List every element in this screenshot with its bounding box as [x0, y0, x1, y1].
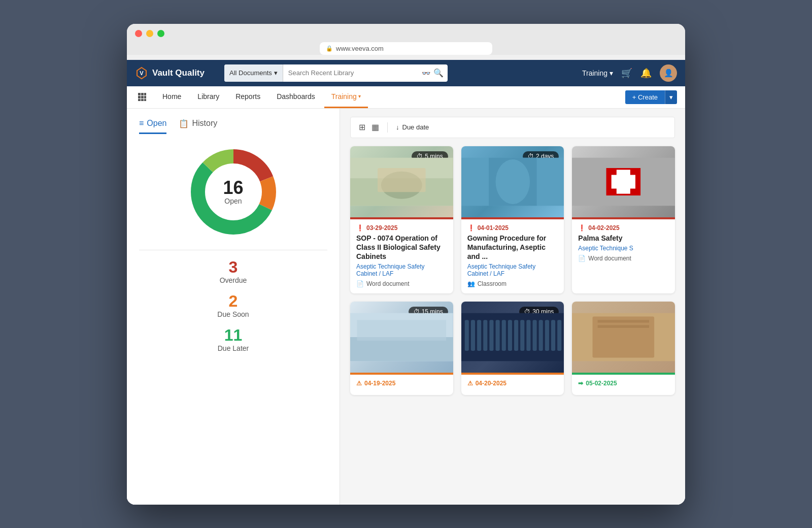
svg-rect-36 [501, 320, 505, 351]
open-label: Open [223, 197, 243, 205]
svg-rect-9 [141, 99, 144, 101]
card-date-1: ❗ 03-29-2025 [356, 224, 447, 232]
left-panel: ≡ Open 📋 History [127, 109, 340, 505]
card-category-3: Aseptic Technique S [578, 245, 669, 252]
close-button[interactable] [135, 30, 142, 37]
view-tabs: ≡ Open 📋 History [139, 119, 327, 134]
nav-reports[interactable]: Reports [228, 86, 267, 108]
training-label: Training [582, 69, 607, 77]
card-date-4: ⚠ 04-19-2025 [356, 380, 447, 387]
svg-rect-18 [378, 168, 426, 191]
svg-rect-39 [520, 320, 524, 351]
svg-rect-31 [471, 320, 475, 351]
tab-history[interactable]: 📋 History [179, 119, 217, 134]
card-date-5: ⚠ 04-20-2025 [467, 380, 558, 387]
url-text: www.veeva.com [336, 45, 384, 52]
vault-logo-icon: V [135, 67, 148, 80]
card-body-4: ⚠ 04-19-2025 [350, 375, 453, 395]
svg-rect-43 [545, 320, 549, 351]
card-type-2: 👥 Classroom [467, 280, 558, 287]
address-bar[interactable]: 🔒 www.veeva.com [320, 42, 492, 55]
nav-home[interactable]: Home [155, 86, 188, 108]
svg-rect-35 [495, 320, 499, 351]
training-card-5[interactable]: ⏱ 30 mins [461, 302, 564, 395]
glasses-icon: 👓 [422, 69, 430, 77]
training-card-2[interactable]: ⏱ 2 days ❗ [461, 146, 564, 294]
avatar-initial: 👤 [664, 69, 673, 78]
minimize-button[interactable] [146, 30, 153, 37]
search-input[interactable] [288, 69, 417, 77]
svg-rect-49 [598, 325, 649, 327]
secondary-nav: Home Library Reports Dashboards Training… [127, 86, 685, 109]
create-label: + Create [632, 93, 658, 101]
card-image-5: ⏱ 30 mins [461, 302, 564, 373]
card-category-2: Aseptic Technique Safety Cabinet / LAF [467, 263, 558, 277]
dropdown-arrow-icon: ▾ [274, 69, 278, 77]
search-bar: All Documents ▾ 👓 🔍 [224, 64, 448, 82]
overdue-label: Overdue [139, 276, 327, 284]
search-icon[interactable]: 🔍 [433, 68, 444, 78]
search-filter-dropdown[interactable]: All Documents ▾ [224, 64, 283, 82]
donut-chart-container: 16 Open [139, 146, 327, 238]
search-icons: 👓 🔍 [422, 68, 448, 78]
donut-center: 16 Open [223, 179, 243, 205]
training-card-1[interactable]: ⏱ 5 mins [350, 146, 453, 294]
due-later-count: 11 [139, 326, 327, 344]
create-dropdown-button[interactable]: ▾ [665, 90, 677, 104]
cart-icon[interactable]: 🛒 [621, 68, 632, 79]
svg-rect-5 [138, 96, 141, 98]
svg-rect-25 [617, 170, 630, 193]
brand-logo[interactable]: V Vault Quality [135, 67, 216, 80]
svg-rect-45 [557, 320, 561, 351]
open-count: 16 [223, 179, 243, 197]
bell-icon[interactable]: 🔔 [640, 68, 652, 79]
create-main-button[interactable]: + Create [625, 90, 665, 104]
card-image-1: ⏱ 5 mins [350, 146, 453, 217]
toolbar: ⊞ ▦ ↓ Due date [350, 117, 675, 138]
maximize-button[interactable] [157, 30, 164, 37]
svg-rect-40 [526, 320, 530, 351]
right-panel: ⊞ ▦ ↓ Due date ⏱ 5 mins [340, 109, 685, 505]
avatar[interactable]: 👤 [660, 64, 677, 82]
due-later-label: Due Later [139, 344, 327, 352]
card-image-4: ⏱ 15 mins [350, 302, 453, 373]
training-card-3[interactable]: ❗ 04-02-2025 Palma Safety Aseptic Techni… [572, 146, 675, 294]
training-nav-arrow: ▾ [358, 93, 361, 99]
overdue-count: 3 [139, 258, 327, 276]
svg-point-21 [495, 159, 530, 204]
card-type-1: 📄 Word document [356, 280, 447, 287]
browser-window: 🔒 www.veeva.com V Vault Quality All Docu… [127, 24, 685, 505]
svg-rect-48 [598, 320, 649, 322]
training-card-6[interactable]: ➡ 05-02-2025 [572, 302, 675, 395]
doc-icon-1: 📄 [356, 280, 364, 287]
overdue-icon-3: ❗ [578, 224, 586, 232]
card-body-6: ➡ 05-02-2025 [572, 375, 675, 395]
overdue-icon-2: ❗ [467, 224, 475, 232]
card-image-6 [572, 302, 675, 373]
training-menu[interactable]: Training ▾ [582, 69, 613, 77]
svg-rect-7 [144, 96, 146, 98]
sort-button[interactable]: ↓ Due date [396, 123, 429, 131]
svg-rect-3 [141, 93, 144, 95]
apps-grid-icon[interactable] [135, 90, 149, 104]
sort-arrow-icon: ↓ [396, 123, 399, 131]
main-content: ≡ Open 📋 History [127, 109, 685, 505]
nav-training[interactable]: Training ▾ [324, 86, 368, 108]
tab-open[interactable]: ≡ Open [139, 119, 166, 134]
card-date-2: ❗ 04-01-2025 [467, 224, 558, 232]
svg-rect-30 [464, 320, 468, 351]
top-nav: V Vault Quality All Documents ▾ 👓 🔍 [127, 60, 685, 86]
training-card-4[interactable]: ⏱ 15 mins ⚠ [350, 302, 453, 395]
svg-rect-28 [357, 320, 447, 341]
warning-icon-5: ⚠ [467, 380, 473, 387]
filter-icon[interactable]: ⊞ [359, 122, 365, 132]
nav-dashboards[interactable]: Dashboards [269, 86, 322, 108]
open-tab-icon: ≡ [139, 119, 144, 128]
card-title-2: Gowning Procedure for Manufacturing, Ase… [467, 234, 558, 261]
svg-rect-4 [144, 93, 146, 95]
due-later-stat: 11 Due Later [139, 326, 327, 352]
card-image-2: ⏱ 2 days [461, 146, 564, 217]
nav-library[interactable]: Library [190, 86, 226, 108]
grid-view-icon[interactable]: ▦ [371, 122, 379, 132]
search-input-area [283, 69, 422, 77]
